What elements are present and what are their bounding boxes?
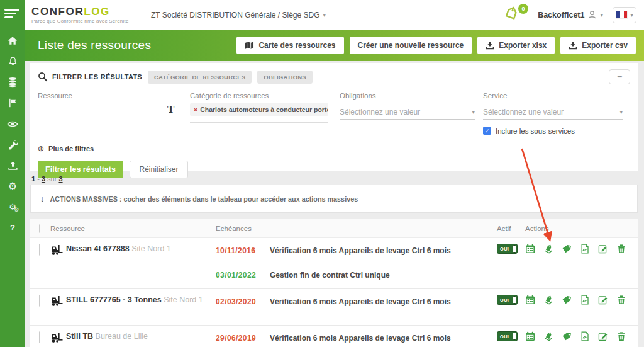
download-icon	[486, 41, 494, 50]
plus-circle-icon: ⊕	[38, 144, 44, 153]
tag-icon[interactable]	[562, 331, 572, 341]
arrow-down-icon: ↓	[40, 194, 45, 203]
bulk-actions-text: ACTIONS MASSIVES : cocher des éléments d…	[50, 195, 358, 203]
trash-icon[interactable]	[616, 295, 626, 305]
home-icon[interactable]	[0, 30, 25, 51]
resources-table: Ressource Echéances Actif Actions Nissan…	[30, 219, 638, 347]
menu-icon[interactable]	[4, 7, 21, 20]
remove-tag-icon[interactable]: ×	[194, 106, 197, 113]
upload-icon[interactable]	[0, 155, 25, 176]
username: Backofficet1	[538, 11, 584, 20]
tag-notifications-button[interactable]: 0	[503, 5, 528, 25]
export-csv-button[interactable]: Exporter csv	[560, 37, 636, 54]
service-field-label: Service	[483, 92, 630, 100]
deadline-label: Vérification 6 mois Appareils de levage …	[270, 297, 451, 306]
bulk-actions-banner: ↓ ACTIONS MASSIVES : cocher des éléments…	[30, 185, 638, 213]
pdf-file-icon[interactable]	[580, 295, 590, 305]
row-checkbox[interactable]	[39, 295, 40, 307]
calendar-icon[interactable]	[525, 295, 535, 305]
search-icon	[38, 72, 48, 82]
active-toggle[interactable]: OUI	[497, 295, 518, 305]
trash-icon[interactable]	[616, 331, 626, 341]
calendar-icon[interactable]	[525, 244, 535, 254]
help-icon[interactable]: ?	[0, 217, 25, 238]
table-row: Still TB Bureau de Lille 29/06/2019 Véri…	[30, 326, 638, 347]
map-icon	[245, 41, 254, 50]
trash-icon[interactable]	[616, 244, 626, 254]
tags-icon[interactable]	[543, 295, 553, 305]
map-of-resources-button[interactable]: Carte des ressources	[236, 37, 343, 54]
filter-chip-obligations[interactable]: OBLIGATIONS	[257, 71, 312, 84]
company-selector[interactable]: ZT Société DISTRIBUTION Générale / Siège…	[151, 11, 326, 20]
export-xlsx-button[interactable]: Exporter xlsx	[477, 37, 555, 54]
forklift-icon	[50, 332, 63, 343]
user-menu[interactable]: Backofficet1 ▾	[538, 10, 603, 20]
deadline-date: 29/06/2019	[216, 334, 262, 343]
calendar-icon[interactable]	[525, 331, 535, 341]
collapse-filters-button[interactable]: −	[609, 69, 630, 84]
service-select[interactable]: Sélectionnez une valeur ▾	[483, 105, 623, 120]
obligations-field-label: Obligations	[340, 92, 483, 100]
deadline-item: 02/03/2020 Vérification 6 mois Appareils…	[216, 289, 497, 314]
flag-icon[interactable]	[0, 93, 25, 113]
chevron-down-icon: ▾	[472, 109, 475, 115]
obligations-select[interactable]: Sélectionnez une valeur ▾	[340, 105, 475, 120]
edit-icon[interactable]	[598, 244, 608, 254]
pdf-file-icon[interactable]	[580, 244, 590, 254]
filter-chip-category[interactable]: CATÉGORIE DE RESSOURCES	[148, 71, 252, 84]
deadline-date: 02/03/2020	[216, 297, 262, 306]
language-selector[interactable]: ▾	[613, 7, 636, 23]
column-resource: Ressource	[50, 225, 85, 232]
forklift-icon	[50, 244, 63, 256]
gear-icon[interactable]: ⚙	[0, 176, 25, 196]
resource-field-label: Ressource	[38, 92, 190, 100]
table-header: Ressource Echéances Actif Actions	[30, 219, 638, 238]
toggle-knob	[513, 245, 516, 253]
database-icon[interactable]	[0, 72, 25, 93]
bell-icon[interactable]	[0, 51, 25, 72]
user-icon	[587, 10, 597, 20]
text-format-icon: T	[167, 104, 174, 117]
more-filters-link[interactable]: ⊕ Plus de filtres	[38, 144, 94, 153]
topbar: ConforLog Parce que Conformité rime avec…	[25, 0, 644, 30]
resource-input[interactable]	[38, 102, 158, 117]
tag-icon[interactable]	[562, 244, 572, 254]
deadline-label: Vérification 6 mois Appareils de levage …	[270, 334, 451, 343]
active-toggle[interactable]: OUI	[497, 244, 518, 254]
eye-icon[interactable]	[0, 113, 25, 134]
deadline-label: Vérification 6 mois Appareils de levage …	[270, 246, 451, 255]
create-resource-button[interactable]: Créer une nouvelle ressource	[350, 37, 472, 54]
chevron-down-icon: ▾	[600, 12, 603, 18]
category-select-underline	[190, 122, 328, 123]
resource-site: Site Nord 1	[131, 244, 171, 253]
edit-icon[interactable]	[598, 295, 608, 305]
active-toggle[interactable]: OUI	[497, 331, 518, 341]
row-checkbox[interactable]	[39, 331, 40, 343]
column-actions: Actions	[525, 225, 549, 232]
notification-badge: 0	[518, 4, 528, 14]
tags-icon[interactable]	[543, 331, 553, 341]
tag-icon[interactable]	[562, 295, 572, 305]
filter-title: FILTRER LES RÉSULTATS	[52, 73, 142, 81]
deadline-item: 29/06/2019 Vérification 6 mois Appareils…	[216, 326, 497, 347]
table-row: STILL 6777765 - 3 Tonnes Site Nord 1 02/…	[30, 289, 638, 326]
forklift-icon	[50, 295, 63, 307]
french-flag-icon	[616, 11, 628, 19]
wrench-icon[interactable]	[0, 134, 25, 155]
gears-icon[interactable]: ⚙⚙	[0, 196, 25, 217]
filter-reset-button[interactable]: Réinitialiser	[130, 161, 188, 178]
app-logo[interactable]: ConforLog Parce que Conformité rime avec…	[31, 6, 143, 24]
edit-icon[interactable]	[598, 331, 608, 341]
filter-panel: FILTRER LES RÉSULTATS CATÉGORIE DE RESSO…	[30, 63, 638, 171]
main-content: FILTRER LES RÉSULTATS CATÉGORIE DE RESSO…	[25, 61, 644, 347]
select-all-checkbox[interactable]	[39, 224, 40, 233]
pdf-file-icon[interactable]	[580, 331, 590, 341]
resource-name: Nissan 4t 677888 Site Nord 1	[66, 244, 171, 255]
resource-site: Bureau de Lille	[96, 332, 148, 341]
row-checkbox[interactable]	[39, 244, 40, 256]
include-subservices-checkbox[interactable]: ✓	[483, 127, 491, 135]
chevron-down-icon: ▾	[323, 12, 326, 18]
category-selected-tag[interactable]: ×Chariots automoteurs à conducteur porté…	[190, 103, 328, 116]
column-deadlines: Echéances	[216, 225, 252, 232]
tags-icon[interactable]	[543, 244, 553, 254]
